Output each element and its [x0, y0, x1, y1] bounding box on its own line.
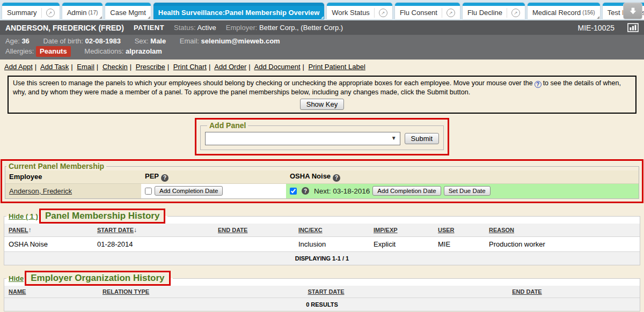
employer-history-title: Employer Organization History: [31, 273, 164, 283]
panel-history-header-row: PANEL START DATE END DATE INC/EXC IMP/EX…: [4, 224, 640, 237]
print-patient-label-link[interactable]: Print Patient Label: [309, 63, 365, 71]
employer-history-header-row: NAME RELATION TYPE START DATE END DATE: [4, 286, 640, 298]
col-end-date[interactable]: END DATE: [414, 286, 640, 298]
tab-admin[interactable]: Admin (17): [62, 3, 103, 19]
col-relation-type[interactable]: RELATION TYPE: [98, 286, 238, 298]
add-document-link[interactable]: Add Document: [254, 63, 301, 71]
show-key-button[interactable]: Show Key: [300, 99, 345, 110]
patient-sex: Sex: Male: [135, 37, 166, 45]
current-panel-header-row: Employee PEP OSHA Noise: [5, 170, 639, 183]
patient-employer-value: Better Corp., (Better Corp.): [259, 24, 343, 32]
employer-history-legend: HideEmployer Organization History: [6, 271, 173, 286]
tab-label: Flu Consent: [400, 9, 437, 17]
patient-header-bar: ANDERSON, FREDERICK (FRED) PATIENT Statu…: [0, 20, 644, 35]
add-panel-select[interactable]: [205, 132, 400, 145]
current-panel-table: Employee PEP OSHA Noise Anderson, Freder…: [5, 170, 639, 198]
employer-history-title-annotation: Employer Organization History: [25, 271, 170, 286]
patient-info-line2: Allergies: Peanuts Medications: alprazol…: [5, 46, 639, 57]
panel-history-legend: Hide ( 1 )Panel Membership History: [6, 209, 167, 224]
panel-history-footer-row: DISPLAYING 1-1 / 1: [4, 252, 640, 265]
osha-next-due: Next: 03-18-2016: [314, 187, 370, 195]
open-new-window-icon[interactable]: [46, 9, 55, 17]
osha-help-icon[interactable]: [333, 174, 340, 182]
chart-id: MIE-10025: [578, 24, 614, 32]
col-start-date[interactable]: START DATE: [238, 286, 414, 298]
tab-work-status[interactable]: Work Status: [327, 3, 392, 19]
osha-membership-help-icon[interactable]: [302, 187, 309, 195]
tab-label: Medical Record: [532, 9, 581, 17]
tab-case-mgmt[interactable]: Case Mgmt: [105, 3, 150, 19]
col-reason[interactable]: REASON: [485, 224, 640, 237]
patient-status-value: Active: [197, 24, 216, 32]
instruction-box: Use this screen to manage the panels to …: [8, 76, 636, 114]
allergy-badge[interactable]: Peanuts: [36, 46, 71, 57]
employee-link[interactable]: Anderson, Frederick: [9, 187, 72, 195]
pep-membership-checkbox[interactable]: [145, 188, 152, 195]
open-new-window-icon[interactable]: [447, 9, 455, 17]
add-panel-annotation-box: Add Panel Submit: [195, 118, 449, 155]
tab-flu-decline[interactable]: Flu Decline: [463, 3, 525, 19]
flowsheet-chart-icon[interactable]: [627, 23, 639, 32]
print-chart-link[interactable]: Print Chart: [173, 63, 207, 71]
osha-add-completion-date-button[interactable]: Add Completion Date: [372, 186, 441, 196]
tab-health-surveillance-panel-membership-overview[interactable]: Health Surveillance:Panel Membership Ove…: [153, 3, 325, 19]
col-inc-exc[interactable]: INC/EXC: [294, 224, 369, 237]
email-link[interactable]: Email: [77, 63, 94, 71]
add-task-link[interactable]: Add Task: [40, 63, 69, 71]
add-panel-submit-button[interactable]: Submit: [405, 133, 439, 144]
help-icon: [535, 81, 541, 88]
col-osha-noise: OSHA Noise: [286, 170, 639, 183]
employer-history-hide-link[interactable]: Hide: [9, 274, 24, 283]
col-panel[interactable]: PANEL: [4, 224, 93, 237]
current-panel-annotation-box: Current Panel Membership Employee PEP OS…: [1, 159, 643, 203]
current-panel-legend: Current Panel Membership: [6, 162, 106, 170]
osha-membership-checkbox[interactable]: [290, 188, 297, 195]
quick-action-links: Add Appt| Add Task| Email| Checkin| Pres…: [0, 60, 644, 73]
paging-status: DISPLAYING 1-1 / 1: [4, 252, 640, 265]
current-panel-row: Anderson, Frederick Add Completion Date …: [5, 183, 639, 198]
add-panel-fieldset: Add Panel Submit: [200, 121, 444, 150]
prescribe-link[interactable]: Prescribe: [136, 63, 165, 71]
tab-label: Case Mgmt: [110, 9, 145, 17]
patient-info-bar: Age: 36 Date of birth: 02-08-1983 Sex: M…: [0, 35, 644, 60]
patient-email: Email: selenium@mieweb.com: [180, 37, 280, 45]
col-end-date[interactable]: END DATE: [214, 224, 294, 237]
patient-allergies: Allergies: Peanuts: [5, 47, 71, 55]
tab-count-badge: (156): [582, 10, 595, 16]
instruction-text: Use this screen to manage the panels to …: [13, 79, 621, 96]
tab-label: Health Surveillance:Panel Membership Ove…: [158, 9, 320, 17]
current-panel-fieldset: Current Panel Membership Employee PEP OS…: [5, 162, 639, 199]
divider: [507, 8, 507, 18]
panel-history-title-annotation: Panel Membership History: [39, 209, 166, 224]
open-new-window-icon[interactable]: [511, 9, 520, 17]
tab-summary[interactable]: Summary: [2, 3, 60, 19]
divider: [374, 8, 375, 18]
pep-add-completion-date-button[interactable]: Add Completion Date: [155, 186, 223, 196]
col-start-date[interactable]: START DATE: [93, 224, 214, 237]
tab-label: Admin: [67, 9, 87, 17]
pep-help-icon[interactable]: [161, 174, 169, 182]
col-user[interactable]: USER: [434, 224, 485, 237]
patient-info-line1: Age: 36 Date of birth: 02-08-1983 Sex: M…: [5, 36, 639, 46]
add-panel-legend: Add Panel: [207, 121, 248, 130]
divider: [442, 8, 442, 18]
results-count: 0 RESULTS: [4, 298, 640, 311]
tab-flu-consent[interactable]: Flu Consent: [395, 3, 460, 19]
add-order-link[interactable]: Add Order: [214, 63, 246, 71]
panel-history-row: OSHA Noise 01-28-2014 Inclusion Explicit…: [4, 237, 640, 252]
divider: [41, 8, 42, 18]
tab-label: Work Status: [332, 9, 370, 17]
add-appt-link[interactable]: Add Appt: [4, 63, 33, 71]
patient-medications: Medications: alprazolam: [84, 47, 162, 55]
col-pep: PEP: [141, 170, 286, 183]
col-imp-exp[interactable]: IMP/EXP: [369, 224, 434, 237]
employer-history-table: NAME RELATION TYPE START DATE END DATE 0…: [4, 286, 640, 311]
col-name[interactable]: NAME: [4, 286, 98, 298]
open-new-window-icon[interactable]: [379, 9, 387, 17]
osha-set-due-date-button[interactable]: Set Due Date: [444, 186, 491, 196]
tab-overflow-button[interactable]: [623, 3, 642, 19]
tab-medical-record[interactable]: Medical Record (156): [528, 3, 600, 19]
patient-employer: Employer: Better Corp., (Better Corp.): [226, 24, 343, 32]
checkin-link[interactable]: Checkin: [103, 63, 128, 71]
panel-history-hide-link[interactable]: Hide ( 1 ): [9, 212, 38, 220]
